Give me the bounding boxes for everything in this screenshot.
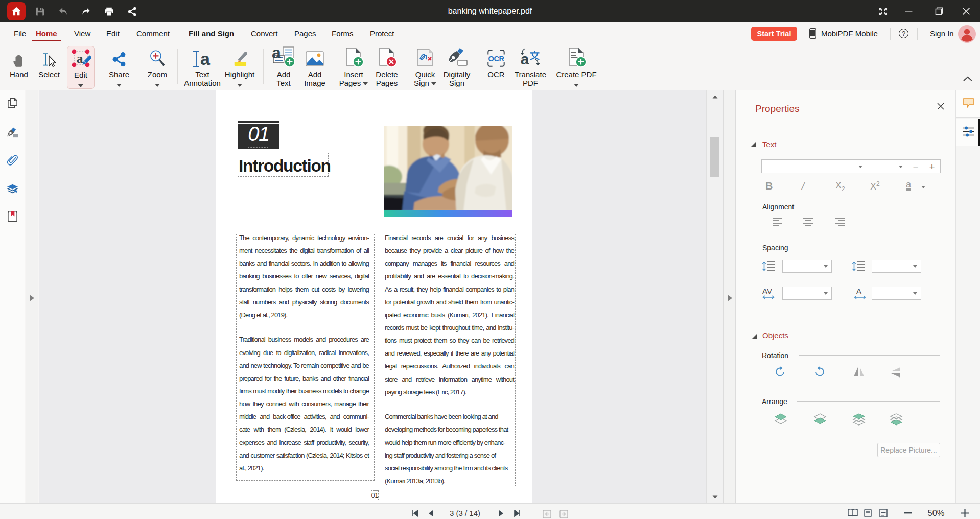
- svg-text:OCR: OCR: [488, 55, 505, 63]
- svg-text:a: a: [77, 51, 83, 66]
- svg-text:AV: AV: [762, 287, 772, 295]
- svg-text:A: A: [856, 287, 861, 295]
- svg-text:a: a: [200, 49, 211, 68]
- svg-text:a: a: [272, 45, 281, 62]
